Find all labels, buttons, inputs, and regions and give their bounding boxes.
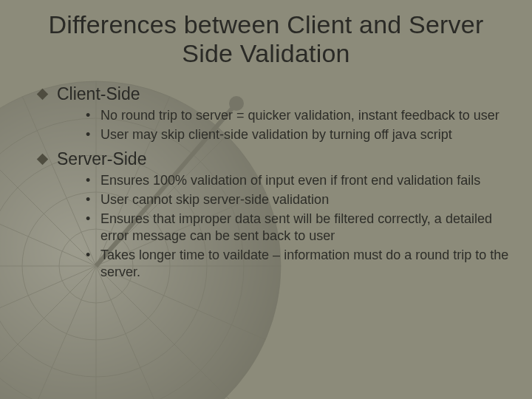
section-heading-text: Server-Side (57, 149, 146, 169)
bullet-list: No round trip to server = quicker valida… (86, 107, 510, 143)
section-heading: Client-Side (38, 84, 510, 104)
section-server-side: Server-Side Ensures 100% validation of i… (22, 149, 510, 281)
section-heading-text: Client-Side (57, 84, 140, 104)
list-item: User may skip client-side validation by … (86, 126, 510, 143)
slide-title: Differences between Client and Server Si… (22, 10, 510, 68)
list-item: Ensures 100% validation of input even if… (86, 172, 510, 189)
list-item: Takes longer time to vaildate – informat… (86, 247, 510, 281)
list-item: Ensures that improper data sent will be … (86, 211, 510, 245)
list-item: No round trip to server = quicker valida… (86, 107, 510, 124)
section-client-side: Client-Side No round trip to server = qu… (22, 84, 510, 143)
section-heading: Server-Side (38, 149, 510, 169)
list-item: User cannot skip server-side validation (86, 191, 510, 208)
slide-content: Differences between Client and Server Si… (0, 0, 532, 281)
diamond-bullet-icon (37, 89, 49, 100)
bullet-list: Ensures 100% validation of input even if… (86, 172, 510, 281)
diamond-bullet-icon (37, 154, 49, 166)
